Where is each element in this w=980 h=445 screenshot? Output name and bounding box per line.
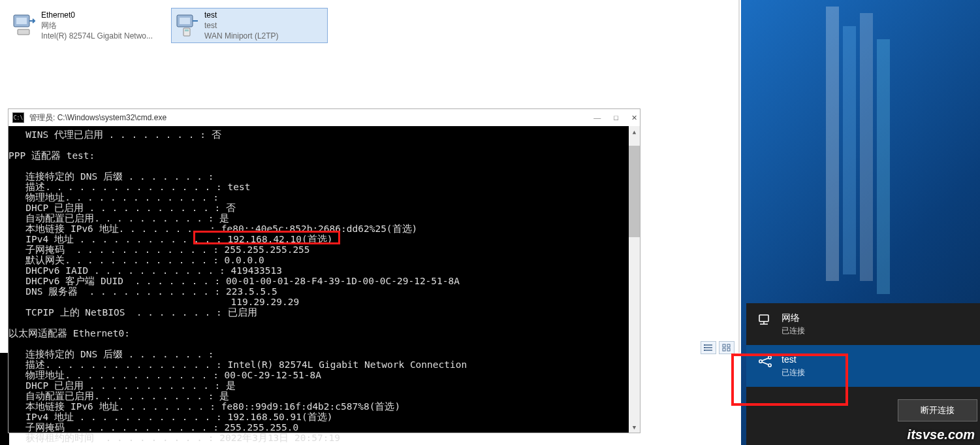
cmd-body[interactable]: WINS 代理已启用 . . . . . . . . : 否 PPP 适配器 t… (8, 126, 640, 433)
network-status: 已连接 (782, 366, 805, 379)
svg-rect-5 (183, 28, 190, 36)
adapter-name: test (204, 10, 279, 20)
adapter-ethernet0[interactable]: Ethernet0 网络 Intel(R) 82574L Gigabit Net… (8, 8, 165, 43)
svg-rect-13 (727, 348, 730, 351)
wallpaper-decoration (826, 7, 898, 294)
adapter-device: WAN Miniport (L2TP) (204, 31, 279, 41)
adapter-status: 网络 (41, 20, 153, 31)
ethernet-icon (758, 312, 772, 327)
adapter-name: Ethernet0 (41, 10, 153, 20)
scroll-thumb[interactable] (629, 146, 640, 237)
svg-rect-6 (185, 29, 189, 31)
view-details-button[interactable] (701, 341, 716, 354)
scroll-up-button[interactable]: ▲ (629, 126, 640, 137)
network-adapter-icon (11, 11, 37, 37)
svg-rect-14 (759, 315, 768, 321)
cmd-titlebar[interactable]: C:\ 管理员: C:\Windows\system32\cmd.exe — □… (8, 109, 640, 126)
cmd-icon: C:\ (12, 112, 24, 123)
svg-point-15 (759, 360, 762, 363)
vpn-icon (758, 354, 772, 369)
cmd-scrollbar[interactable]: ▲ ▼ (629, 126, 640, 433)
svg-rect-1 (16, 18, 27, 24)
scroll-down-button[interactable]: ▼ (629, 421, 640, 433)
minimize-button[interactable]: — (593, 114, 601, 122)
view-icons-button[interactable] (719, 341, 735, 354)
cmd-title-text: 管理员: C:\Windows\system32\cmd.exe (29, 112, 593, 124)
network-item-ethernet[interactable]: 网络 已连接 (746, 303, 980, 345)
disconnect-button[interactable]: 断开连接 (898, 399, 977, 421)
cmd-window: C:\ 管理员: C:\Windows\system32\cmd.exe — □… (8, 108, 640, 433)
svg-point-16 (768, 356, 771, 359)
network-adapter-icon (174, 11, 200, 37)
svg-rect-9 (704, 350, 705, 351)
svg-rect-11 (727, 344, 730, 347)
watermark: itsvse.com (908, 427, 975, 442)
network-status: 已连接 (782, 324, 805, 337)
adapter-list: Ethernet0 网络 Intel(R) 82574L Gigabit Net… (8, 8, 328, 43)
close-button[interactable]: ✕ (631, 114, 637, 122)
svg-point-17 (768, 364, 771, 367)
svg-rect-4 (180, 18, 190, 24)
svg-rect-7 (704, 344, 705, 346)
view-mode-buttons (701, 341, 735, 354)
svg-rect-2 (18, 29, 29, 35)
svg-rect-8 (704, 347, 705, 348)
adapter-test[interactable]: test test WAN Miniport (L2TP) (171, 8, 328, 43)
network-item-vpn[interactable]: test 已连接 (746, 345, 980, 387)
adapter-device: Intel(R) 82574L Gigabit Netwo... (41, 31, 153, 41)
network-name: test (782, 353, 805, 366)
svg-rect-12 (723, 348, 725, 351)
adapter-status: test (204, 20, 279, 31)
network-flyout: 网络 已连接 test 已连接 断开连接 (746, 303, 980, 445)
cmd-output: WINS 代理已启用 . . . . . . . . : 否 PPP 适配器 t… (8, 126, 640, 443)
network-name: 网络 (782, 311, 805, 324)
divider (738, 0, 740, 353)
maximize-button[interactable]: □ (614, 114, 618, 122)
svg-rect-10 (723, 344, 725, 347)
